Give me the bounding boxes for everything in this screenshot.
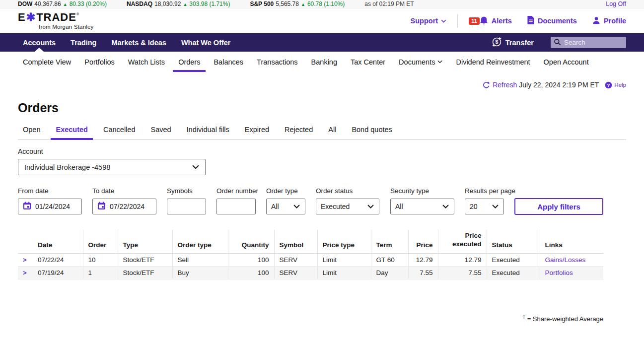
tab-open[interactable]: Open — [23, 126, 40, 134]
col-quantity: Quantity — [228, 230, 274, 253]
nav-item-accounts[interactable]: Accounts — [23, 33, 56, 52]
search-icon — [554, 38, 561, 47]
global-search-box[interactable] — [551, 37, 626, 48]
cell-order: 10 — [83, 253, 118, 266]
documents-button[interactable]: Documents — [527, 15, 577, 26]
help-button[interactable]: ? Help — [605, 81, 626, 89]
calendar-icon[interactable] — [23, 202, 31, 211]
subnav-orders[interactable]: Orders — [178, 52, 200, 72]
transfer-button[interactable]: $ Transfer — [492, 37, 534, 49]
tab-rejected[interactable]: Rejected — [285, 126, 313, 134]
tab-individual-fills[interactable]: Individual fills — [187, 126, 229, 134]
index-change: 303.98 (1.71%) — [189, 0, 230, 7]
col-status: Status — [487, 230, 540, 253]
subnav-documents[interactable]: Documents — [399, 52, 442, 72]
cell-order: 1 — [83, 266, 118, 279]
accounts-sub-nav: Complete View Portfolios Watch Lists Ord… — [0, 52, 644, 72]
cell-term: GT 60 — [371, 253, 408, 266]
subnav-banking[interactable]: Banking — [311, 52, 337, 72]
calendar-icon[interactable] — [97, 202, 106, 211]
index-value: 5,565.78 — [276, 0, 299, 7]
order-status-select[interactable]: Executed — [316, 199, 379, 214]
col-symbol: Symbol — [274, 230, 317, 253]
etrade-logo: E✱TRADE® from Morgan Stanley — [18, 12, 94, 30]
profile-button[interactable]: Profile — [592, 16, 626, 26]
search-input[interactable] — [563, 38, 624, 47]
table-header-row: Date Order Type Order type Quantity Symb… — [18, 230, 603, 253]
gains-losses-link[interactable]: Gains/Losses — [545, 256, 586, 264]
person-icon — [592, 16, 601, 26]
col-date: Date — [33, 230, 83, 253]
cell-order-type: Sell — [172, 253, 228, 266]
col-type: Type — [118, 230, 172, 253]
tab-all[interactable]: All — [328, 126, 336, 134]
documents-label: Documents — [538, 17, 577, 25]
portfolios-link[interactable]: Portfolios — [545, 269, 573, 276]
help-label: Help — [614, 82, 626, 88]
nav-item-what-we-offer[interactable]: What We Offer — [181, 33, 231, 52]
nav-item-markets-ideas[interactable]: Markets & Ideas — [111, 33, 166, 52]
results-per-page-select[interactable]: 20 — [465, 199, 504, 214]
subnav-tax-center[interactable]: Tax Center — [351, 52, 385, 72]
subnav-portfolios[interactable]: Portfolios — [84, 52, 114, 72]
subnav-transactions[interactable]: Transactions — [257, 52, 297, 72]
nav-item-trading[interactable]: Trading — [71, 33, 96, 52]
support-menu[interactable]: Support — [411, 17, 447, 25]
order-filters: From date To date Symbols Order number O… — [18, 187, 603, 216]
account-select[interactable]: Individual Brokerage -4598 — [18, 159, 206, 175]
cell-date: 07/19/24 — [33, 266, 83, 279]
logo-text: TRADE — [36, 12, 76, 23]
index-quote-dow: DOW 40,367.86 ▲ 80.33 (0.20%) — [18, 0, 107, 7]
cell-status: Executed — [487, 253, 540, 266]
expand-row-icon[interactable]: > — [23, 269, 27, 276]
help-icon: ? — [605, 81, 612, 89]
results-per-page-value: 20 — [470, 203, 478, 210]
subnav-complete-view[interactable]: Complete View — [23, 52, 71, 72]
account-filter: Account Individual Brokerage -4598 — [18, 147, 644, 175]
subnav-watch-lists[interactable]: Watch Lists — [128, 52, 165, 72]
index-value: 40,367.86 — [34, 0, 61, 7]
symbols-field: Symbols — [167, 187, 206, 214]
market-ticker-bar: DOW 40,367.86 ▲ 80.33 (0.20%) NASDAQ 18,… — [0, 0, 644, 8]
logo-star-icon: ✱ — [26, 12, 36, 23]
expander-column-header — [18, 230, 33, 253]
chevron-down-icon — [437, 60, 442, 64]
results-per-page-label: Results per page — [465, 187, 515, 195]
to-date-field: To date — [92, 187, 156, 214]
tab-expired[interactable]: Expired — [245, 126, 269, 134]
subnav-dividend-reinvestment[interactable]: Dividend Reinvestment — [456, 52, 530, 72]
cell-price-type: Limit — [317, 266, 371, 279]
cell-term: Day — [371, 266, 408, 279]
col-price-type: Price type — [317, 230, 371, 253]
index-label: NASDAQ — [127, 0, 152, 7]
tab-cancelled[interactable]: Cancelled — [103, 126, 136, 134]
page-title: Orders — [18, 101, 644, 115]
tab-bond-quotes[interactable]: Bond quotes — [352, 126, 392, 134]
tab-executed[interactable]: Executed — [56, 126, 87, 134]
profile-label: Profile — [604, 17, 626, 25]
expand-row-icon[interactable]: > — [23, 256, 27, 264]
index-change: 60.78 (1.10%) — [307, 0, 345, 7]
refresh-toolbar: Refresh July 22, 2024 2:19 PM ET ? Help — [0, 81, 626, 89]
order-number-input[interactable] — [221, 203, 251, 210]
col-order: Order — [83, 230, 118, 253]
col-price: Price — [408, 230, 438, 253]
logo-tagline: from Morgan Stanley — [18, 24, 94, 30]
symbols-input[interactable] — [172, 203, 201, 210]
security-type-select[interactable]: All — [390, 199, 454, 214]
tab-saved[interactable]: Saved — [150, 126, 171, 134]
subnav-balances[interactable]: Balances — [214, 52, 243, 72]
up-triangle-icon: ▲ — [183, 2, 187, 7]
alerts-button[interactable]: 11 Alerts — [469, 16, 512, 26]
from-date-input[interactable] — [35, 203, 77, 210]
index-label: DOW — [18, 0, 32, 7]
subnav-open-account[interactable]: Open Account — [544, 52, 589, 72]
to-date-input[interactable] — [110, 203, 151, 210]
order-type-select[interactable]: All — [266, 199, 305, 214]
col-links: Links — [540, 230, 603, 253]
refresh-button[interactable]: Refresh — [483, 81, 517, 89]
apply-filters-button[interactable]: Apply filters — [514, 198, 603, 215]
footnote-text: = Share-weighted Average — [527, 315, 603, 323]
log-off-link[interactable]: Log Off — [606, 0, 626, 7]
security-type-value: All — [395, 203, 403, 210]
